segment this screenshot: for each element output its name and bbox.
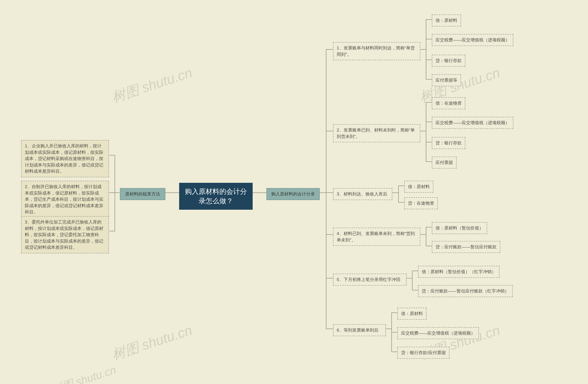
right-item-1-sub-2[interactable]: 贷：银行存款 [432,55,465,67]
right-item-2[interactable]: 2、发票账单已到、材料未到时，简称"单到货未到"。 [333,124,420,142]
right-item-2-sub-0[interactable]: 借：在途物资 [432,97,465,109]
left-item-3[interactable]: 3、委托外单位加工完成并已验收入库的材料，按计划成本或实际成本，借记原材料，按实… [21,216,109,253]
right-branch[interactable]: 购入原材料的会计分录 [266,188,320,200]
right-item-3-sub-1[interactable]: 贷：在途物资 [404,197,438,209]
right-item-4-sub-1[interactable]: 贷：应付账款——暂估应付账款 [432,241,500,253]
watermark: 树图 shutu.cn [109,321,194,364]
right-item-1-sub-1[interactable]: 应交税费——应交增值税（进项税额） [432,34,513,46]
right-item-2-sub-1[interactable]: 应交税费——应交增值税（进项税额） [432,117,513,129]
right-item-5[interactable]: 5、下月初将上笔分录用红字冲回 [333,274,407,286]
right-item-6-sub-0[interactable]: 借：原材料 [397,308,426,320]
right-item-6-sub-2[interactable]: 贷：银行存款/应付票据 [397,347,449,359]
right-item-5-sub-0[interactable]: 借：原材料（暂估价值）（红字冲销） [418,266,500,278]
right-item-5-sub-1[interactable]: 贷：应付账款——暂估应付账款（红字冲销） [418,285,513,297]
watermark: 树图 shutu.cn [109,64,194,107]
watermark: 树图 shutu.cn [50,363,118,384]
right-item-4-sub-0[interactable]: 借：原材料（暂估价值） [432,222,487,234]
right-item-2-sub-3[interactable]: 应付票据 [432,157,457,169]
right-item-1[interactable]: 1、发票账单与材料同时到达，简称"单货同到"。 [333,42,420,60]
right-item-1-sub-3[interactable]: 应付票据等 [432,74,461,86]
left-item-1[interactable]: 1、企业购入并已验收入库的材料，按计划成本或实际成本，借记原材料，按实际成本，贷… [21,140,109,177]
right-item-1-sub-0[interactable]: 借：原材料 [432,15,461,26]
right-item-3-sub-0[interactable]: 借：原材料 [404,181,433,193]
right-item-3[interactable]: 3、材料到达、验收入库后 [333,188,392,200]
left-branch[interactable]: 原材料的核算方法 [120,188,165,200]
right-item-6[interactable]: 6、等到发票账单到后 [333,324,386,336]
right-item-2-sub-2[interactable]: 贷：银行存款 [432,137,465,149]
root-node[interactable]: 购入原材料的会计分录怎么做？ [179,183,253,210]
right-item-6-sub-1[interactable]: 应交税费——应交增值税（进项税额） [397,327,479,339]
left-item-2[interactable]: 2、自制并已验收入库的材料，按计划成本或实际成本，借记原材料，按实际成本，贷记生… [21,181,109,218]
right-item-4[interactable]: 4、材料已到、发票账单未到，简称"货到单未到"。 [333,228,420,246]
